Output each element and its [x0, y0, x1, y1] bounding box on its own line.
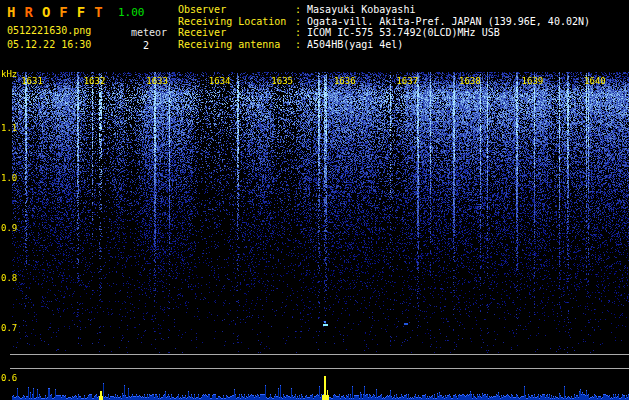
- x-tick-label: 1631: [21, 76, 43, 86]
- info-row-observer: Observer: Masayuki Kobayashi: [178, 4, 590, 16]
- baseline-line-lower: [10, 368, 629, 369]
- app-title: HROFFT: [7, 4, 112, 20]
- title-letter: R: [24, 4, 32, 20]
- x-tick-label: 1640: [584, 76, 606, 86]
- y-tick-label: 0.6: [1, 373, 17, 383]
- info-row-location: Receiving Location: Ogata-vill. Akita-Pr…: [178, 16, 590, 28]
- info-value: Masayuki Kobayashi: [307, 4, 415, 15]
- info-label: Receiver: [178, 27, 295, 39]
- title-letter: H: [7, 4, 15, 20]
- title-letter: F: [77, 4, 85, 20]
- y-tick-label: 1.0: [1, 173, 17, 183]
- y-tick-label: 0.8: [1, 273, 17, 283]
- meteor-count: 2: [143, 40, 149, 51]
- y-tick-label: 0.9: [1, 223, 17, 233]
- info-value: ICOM IC-575 53.7492(0LCD)MHz USB: [307, 27, 500, 38]
- info-separator: :: [295, 16, 307, 27]
- info-separator: :: [295, 27, 307, 38]
- title-letter: F: [59, 4, 67, 20]
- info-value: Ogata-vill. Akita-Pref. JAPAN (139.96E, …: [307, 16, 590, 27]
- x-tick-label: 1633: [146, 76, 168, 86]
- info-value: A504HB(yagi 4el): [307, 39, 403, 50]
- info-row-receiver: Receiver: ICOM IC-575 53.7492(0LCD)MHz U…: [178, 27, 590, 39]
- level-strip-canvas: [12, 374, 629, 400]
- x-tick-label: 1632: [84, 76, 106, 86]
- mode-label: meteor: [131, 27, 167, 38]
- info-label: Receiving Location: [178, 16, 295, 28]
- version-label: 1.00: [118, 6, 145, 19]
- timestamp: 05.12.22 16:30: [7, 39, 91, 50]
- info-label: Receiving antenna: [178, 39, 295, 51]
- info-row-antenna: Receiving antenna: A504HB(yagi 4el): [178, 39, 590, 51]
- y-tick-label: 1.1: [1, 123, 17, 133]
- y-axis-unit-label: kHz: [1, 69, 17, 79]
- x-tick-label: 1638: [459, 76, 481, 86]
- x-tick-label: 1636: [334, 76, 356, 86]
- x-tick-label: 1635: [271, 76, 293, 86]
- y-tick-label: 0.7: [1, 323, 17, 333]
- title-letter: O: [42, 4, 50, 20]
- info-separator: :: [295, 4, 307, 15]
- x-tick-label: 1634: [209, 76, 231, 86]
- station-info: Observer: Masayuki Kobayashi Receiving L…: [178, 4, 590, 50]
- baseline-line-upper: [10, 354, 629, 355]
- x-tick-label: 1639: [522, 76, 544, 86]
- hrofft-output: HROFFT 1.00 0512221630.png meteor 05.12.…: [0, 0, 629, 400]
- info-separator: :: [295, 39, 307, 50]
- title-letter: T: [94, 4, 102, 20]
- info-label: Observer: [178, 4, 295, 16]
- output-filename: 0512221630.png: [7, 25, 91, 36]
- x-tick-label: 1637: [396, 76, 418, 86]
- spectrogram-canvas: [12, 72, 629, 353]
